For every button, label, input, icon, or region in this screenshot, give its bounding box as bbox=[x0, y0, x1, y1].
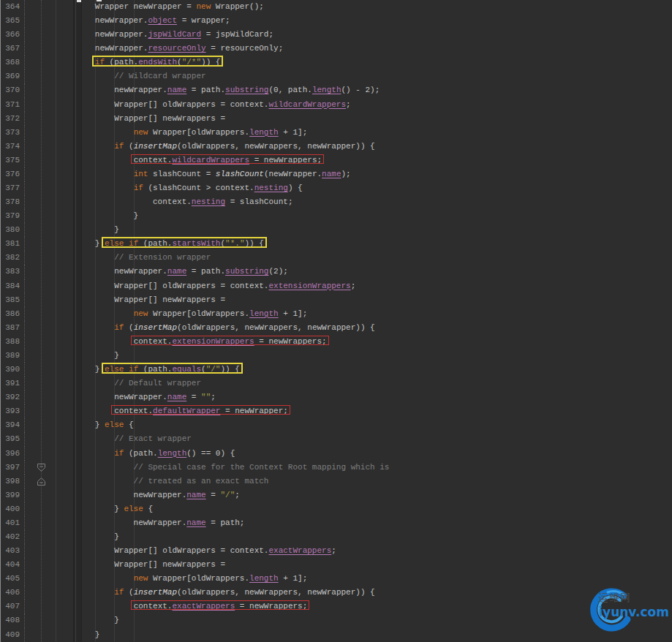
line-number[interactable]: 372 bbox=[1, 112, 25, 126]
line-number[interactable]: 385 bbox=[1, 293, 25, 307]
fold-gutter bbox=[25, 112, 56, 126]
line-number[interactable]: 396 bbox=[1, 447, 25, 461]
code-text[interactable]: newWrapper.resourceOnly = resourceOnly; bbox=[56, 42, 283, 56]
code-text[interactable]: } bbox=[56, 530, 119, 544]
code-token: Wrapper[] oldWrappers = context. bbox=[56, 100, 268, 109]
line-number[interactable]: 397 bbox=[1, 461, 25, 475]
line-number[interactable]: 395 bbox=[1, 432, 25, 446]
code-text[interactable]: newWrapper.name = ""; bbox=[56, 390, 216, 404]
line-number[interactable]: 388 bbox=[1, 335, 25, 349]
line-number[interactable]: 400 bbox=[1, 502, 25, 516]
line-number[interactable]: 365 bbox=[1, 14, 25, 28]
code-text[interactable]: } else { bbox=[56, 502, 153, 516]
line-number[interactable]: 371 bbox=[1, 98, 25, 112]
code-text[interactable]: Wrapper[] oldWrappers = context.wildcard… bbox=[56, 98, 351, 112]
code-text[interactable]: Wrapper[] newWrappers = bbox=[56, 112, 225, 126]
line-number[interactable]: 369 bbox=[1, 69, 25, 83]
line-number[interactable]: 408 bbox=[1, 613, 25, 627]
line-number[interactable]: 401 bbox=[1, 516, 25, 530]
code-text[interactable]: newWrapper.name = "/"; bbox=[56, 488, 240, 502]
code-token: } bbox=[56, 630, 99, 639]
code-text[interactable]: newWrapper.jspWildCard = jspWildCard; bbox=[56, 28, 273, 42]
fold-marker-icon[interactable] bbox=[37, 477, 46, 486]
code-text[interactable]: int slashCount = slashCount(newWrapper.n… bbox=[56, 167, 351, 181]
code-text[interactable]: newWrapper.name = path; bbox=[56, 516, 244, 530]
code-text[interactable]: } bbox=[56, 349, 119, 363]
line-number[interactable]: 391 bbox=[1, 377, 25, 390]
code-text[interactable]: new Wrapper[oldWrappers.length + 1]; bbox=[56, 307, 307, 321]
code-token: (path. bbox=[138, 365, 172, 374]
code-text[interactable]: Wrapper[] oldWrappers = context.extensio… bbox=[56, 279, 355, 293]
line-number[interactable]: 374 bbox=[1, 140, 25, 154]
line-number[interactable]: 366 bbox=[1, 28, 25, 42]
line-number[interactable]: 399 bbox=[1, 488, 25, 502]
line-number[interactable]: 368 bbox=[1, 56, 25, 69]
code-text[interactable]: // Extension wrapper bbox=[56, 251, 211, 265]
line-number[interactable]: 364 bbox=[1, 0, 25, 14]
line-number[interactable]: 382 bbox=[1, 251, 25, 265]
code-text[interactable]: // Exact wrapper bbox=[56, 432, 192, 446]
code-text[interactable]: if (path.endsWith("/*")) { bbox=[56, 56, 220, 69]
fold-marker-icon[interactable] bbox=[37, 463, 46, 472]
code-text[interactable]: if (insertMap(oldWrappers, newWrappers, … bbox=[56, 140, 375, 154]
line-number[interactable]: 370 bbox=[1, 83, 25, 97]
line-number[interactable]: 386 bbox=[1, 307, 25, 321]
code-text[interactable]: context.wildcardWrappers = newWrappers; bbox=[56, 154, 322, 167]
code-text[interactable]: } else if (path.equals("/")) { bbox=[56, 363, 240, 377]
code-text[interactable]: newWrapper.name = path.substring(2); bbox=[56, 265, 288, 279]
code-text[interactable]: } else if (path.startsWith("*.")) { bbox=[56, 237, 264, 251]
code-text[interactable]: } else { bbox=[56, 418, 134, 432]
line-number[interactable]: 375 bbox=[1, 154, 25, 167]
line-number[interactable]: 393 bbox=[1, 404, 25, 418]
code-text[interactable]: // Special case for the Context Root map… bbox=[56, 461, 389, 475]
line-number[interactable]: 398 bbox=[1, 475, 25, 488]
line-number[interactable]: 379 bbox=[1, 209, 25, 223]
code-text[interactable]: } bbox=[56, 223, 119, 237]
line-number[interactable]: 389 bbox=[1, 349, 25, 363]
code-text[interactable]: if (slashCount > context.nesting) { bbox=[56, 181, 303, 195]
code-text[interactable]: context.defaultWrapper = newWrapper; bbox=[56, 404, 288, 418]
code-text[interactable]: new Wrapper[oldWrappers.length + 1]; bbox=[56, 126, 307, 140]
line-number[interactable]: 380 bbox=[1, 223, 25, 237]
code-text[interactable]: context.extensionWrappers = newWrappers; bbox=[56, 335, 327, 349]
line-number[interactable]: 403 bbox=[1, 544, 25, 558]
line-number[interactable]: 405 bbox=[1, 572, 25, 586]
line-number[interactable]: 394 bbox=[1, 418, 25, 432]
code-text[interactable]: } bbox=[56, 613, 119, 627]
line-number[interactable]: 378 bbox=[1, 195, 25, 209]
line-number[interactable]: 383 bbox=[1, 265, 25, 279]
line-number[interactable]: 381 bbox=[1, 237, 25, 251]
line-number[interactable]: 392 bbox=[1, 390, 25, 404]
line-number[interactable]: 404 bbox=[1, 558, 25, 572]
code-text[interactable]: Wrapper[] oldWrappers = context.exactWra… bbox=[56, 544, 336, 558]
code-text[interactable]: context.exactWrappers = newWrappers; bbox=[56, 600, 307, 613]
line-number[interactable]: 376 bbox=[1, 167, 25, 181]
line-number[interactable]: 373 bbox=[1, 126, 25, 140]
code-text[interactable]: newWrapper.object = wrapper; bbox=[56, 14, 230, 28]
line-number[interactable]: 407 bbox=[1, 600, 25, 613]
code-text[interactable]: if (path.length() == 0) { bbox=[56, 447, 235, 461]
code-token: = resourceOnly; bbox=[206, 44, 284, 53]
line-number[interactable]: 402 bbox=[1, 530, 25, 544]
code-text[interactable]: // Default wrapper bbox=[56, 377, 201, 390]
line-number[interactable]: 390 bbox=[1, 363, 25, 377]
line-number[interactable]: 406 bbox=[1, 586, 25, 600]
code-text[interactable]: Wrapper[] newWrappers = bbox=[56, 293, 225, 307]
code-text[interactable]: Wrapper newWrapper = new Wrapper(); bbox=[56, 0, 264, 14]
code-text[interactable]: // Wildcard wrapper bbox=[56, 69, 206, 83]
code-text[interactable]: Wrapper[] newWrappers = bbox=[56, 558, 225, 572]
line-number[interactable]: 384 bbox=[1, 279, 25, 293]
code-text[interactable]: // treated as an exact match bbox=[56, 475, 268, 488]
line-number[interactable]: 377 bbox=[1, 181, 25, 195]
code-text[interactable]: } bbox=[56, 628, 99, 642]
code-text[interactable]: context.nesting = slashCount; bbox=[56, 195, 292, 209]
code-text[interactable]: } bbox=[56, 209, 138, 223]
line-number[interactable]: 367 bbox=[1, 42, 25, 56]
code-text[interactable]: new Wrapper[oldWrappers.length + 1]; bbox=[56, 572, 307, 586]
code-text[interactable]: if (insertMap(oldWrappers, newWrappers, … bbox=[56, 321, 375, 335]
code-text[interactable]: newWrapper.name = path.substring(0, path… bbox=[56, 83, 380, 97]
code-token: newWrapper. bbox=[56, 518, 186, 527]
line-number[interactable]: 387 bbox=[1, 321, 25, 335]
code-text[interactable]: if (insertMap(oldWrappers, newWrappers, … bbox=[56, 586, 375, 600]
line-number[interactable]: 409 bbox=[1, 628, 25, 642]
